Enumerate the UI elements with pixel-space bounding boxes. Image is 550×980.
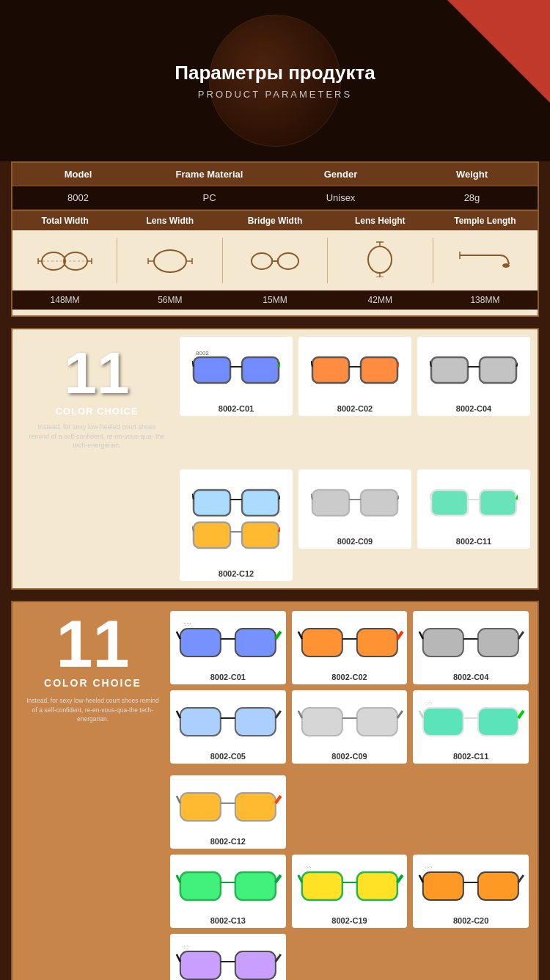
glasses-c11: 8002-C11 <box>417 469 530 549</box>
svg-rect-38 <box>431 357 468 383</box>
dim-bridge-width-icon <box>223 238 328 283</box>
svg-rect-90 <box>478 708 518 736</box>
c13-code: 8002-C13 <box>210 916 246 925</box>
svg-point-18 <box>368 246 392 273</box>
dim-total-width-label: Total Width <box>12 216 117 226</box>
svg-line-67 <box>276 632 281 639</box>
c11-code: 8002-C11 <box>453 752 488 761</box>
big-number: 11 <box>56 615 129 674</box>
glasses-c01-image: 8002 <box>183 343 290 401</box>
col-weight: Weight <box>406 163 538 186</box>
col-gender: Gender <box>275 163 406 186</box>
svg-line-99 <box>276 796 281 803</box>
svg-line-93 <box>518 711 524 718</box>
card-c05: 8002-C05 <box>170 690 286 764</box>
glasses-c09: 8002-C09 <box>298 469 411 549</box>
glasses-c12: 8002-C12 <box>180 502 293 581</box>
color-count: 11 <box>65 344 130 403</box>
val-gender: Unisex <box>275 186 406 209</box>
c20-code: 8002-C20 <box>453 916 488 925</box>
color-row-c22: ·:·:· 8002-C22 <box>21 934 529 980</box>
dim-lens-width-label: Lens Width <box>117 216 222 226</box>
svg-line-88 <box>397 711 402 718</box>
card-c02: 8002-C02 <box>292 611 408 684</box>
params-data-row: 8002 PC Unisex 28g <box>12 186 538 210</box>
val-lens-width: 56MM <box>117 295 222 305</box>
glasses-c01-code: 8002-C01 <box>219 404 254 413</box>
svg-rect-117 <box>180 951 221 979</box>
dim-bridge-width-label: Bridge Width <box>222 216 327 226</box>
val-model: 8002 <box>12 186 144 209</box>
dimensions-section: Total Width Lens Width Bridge Width Lens… <box>11 211 539 317</box>
svg-rect-70 <box>356 629 397 657</box>
val-temple-length: 138MM <box>433 295 538 305</box>
svg-text:·:·:·: ·:·:· <box>184 621 191 626</box>
val-bridge-width: 15MM <box>222 295 327 305</box>
svg-rect-105 <box>301 872 342 900</box>
color-small-desc: Instead, for sexy low-heeled court shoes… <box>21 696 164 724</box>
color-choice-label: COLOR CHOICE <box>44 677 142 689</box>
color-row-extra: 8002-C12 <box>21 775 529 849</box>
dims-values: 148MM 56MM 15MM 42MM 138MM <box>12 290 538 310</box>
dim-lens-height-label: Lens Height <box>328 216 433 226</box>
svg-line-115 <box>518 875 524 882</box>
svg-rect-39 <box>480 357 516 383</box>
svg-rect-101 <box>235 872 276 900</box>
val-frame: PC <box>144 186 275 209</box>
svg-point-26 <box>502 263 510 268</box>
svg-rect-34 <box>361 357 397 383</box>
params-header-row: Model Frame Material Gender Weight <box>12 163 538 186</box>
dims-icons <box>12 230 538 290</box>
glasses-c02: 8002-C02 <box>298 337 411 416</box>
svg-line-73 <box>397 632 402 639</box>
svg-rect-54 <box>480 490 516 516</box>
svg-rect-80 <box>235 708 276 736</box>
full-color-grid: 11 COLOR CHOICE Instead, for sexy low-he… <box>21 611 529 769</box>
card-c01: ·:·:· 8002-C01 <box>170 611 286 684</box>
svg-rect-48 <box>312 490 349 516</box>
glasses-c12-code: 8002-C12 <box>219 569 254 578</box>
full-color-section: 11 COLOR CHOICE Instead, for sexy low-he… <box>11 601 539 980</box>
svg-rect-112 <box>478 872 518 900</box>
svg-text:·:·:·: ·:·:· <box>183 944 190 949</box>
glasses-c11-image <box>420 475 527 534</box>
card-c19: ·:·:· 8002-C19 <box>292 855 408 928</box>
card-c20: ·:·:· 8002-C20 <box>413 855 529 928</box>
svg-rect-100 <box>180 872 221 900</box>
params-table: Model Frame Material Gender Weight 8002 … <box>11 161 539 211</box>
header-title-russian: Параметры продукта <box>175 62 375 84</box>
glasses-c12-image <box>183 508 290 566</box>
color-row-3: 8002-C13 ·:·:· 8002-C19 ·:·:· 8002 <box>21 855 529 928</box>
col-model: Model <box>12 163 144 186</box>
glasses-c09-image <box>301 475 408 534</box>
c02-code: 8002-C02 <box>331 673 367 681</box>
svg-point-8 <box>154 250 186 272</box>
val-total-width: 148MM <box>12 295 117 305</box>
svg-rect-28 <box>242 357 279 383</box>
card-c04: 8002-C04 <box>413 611 529 684</box>
svg-rect-49 <box>361 490 397 516</box>
glasses-c04-image <box>420 343 527 401</box>
svg-text:·:·:·: ·:·:· <box>304 865 311 870</box>
card-c13: 8002-C13 <box>170 855 286 928</box>
svg-rect-63 <box>180 629 221 657</box>
svg-rect-27 <box>194 357 230 383</box>
svg-rect-106 <box>356 872 397 900</box>
glasses-c02-code: 8002-C02 <box>337 404 373 413</box>
c04-code: 8002-C04 <box>453 673 488 681</box>
card-c22: ·:·:· 8002-C22 <box>170 934 286 980</box>
svg-rect-69 <box>301 629 342 657</box>
svg-point-14 <box>278 253 298 269</box>
dim-lens-height-icon <box>328 238 433 283</box>
svg-rect-79 <box>180 708 221 736</box>
svg-text:8002: 8002 <box>196 350 209 356</box>
svg-text:·:·:·: ·:·:· <box>425 865 433 870</box>
color-choice-text: COLOR CHOICE <box>55 406 138 417</box>
header-title-english: PRODUCT PARAMETERS <box>198 89 352 100</box>
svg-rect-85 <box>356 708 397 736</box>
color-choice-label: 11 COLOR CHOICE Instead, for sexy low-he… <box>20 337 174 458</box>
c05-code: 8002-C05 <box>210 752 246 761</box>
card-c11: ·:·:· 8002-C11 <box>413 690 529 764</box>
color-description: Instead, for sexy low-heeled court shoes… <box>27 423 166 450</box>
svg-line-83 <box>276 711 281 718</box>
